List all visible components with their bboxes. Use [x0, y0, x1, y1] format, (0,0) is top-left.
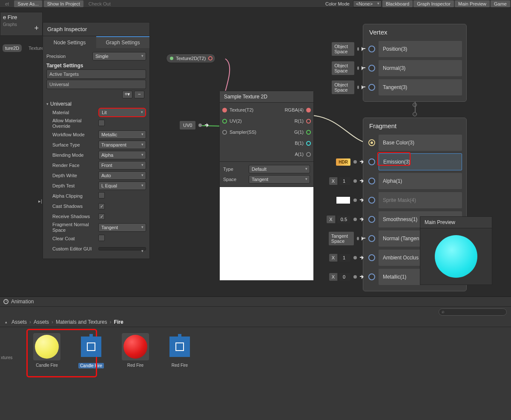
- spritemask-port-icon[interactable]: [368, 197, 375, 204]
- main-preview-title[interactable]: Main Preview: [420, 217, 492, 228]
- x-label: X: [327, 216, 335, 223]
- port-a-icon[interactable]: [306, 152, 311, 157]
- project-search-input[interactable]: [439, 308, 507, 316]
- precision-dropdown[interactable]: Single: [92, 52, 146, 60]
- crumb-assets1[interactable]: Assets: [11, 319, 27, 325]
- et-button[interactable]: et: [2, 0, 12, 7]
- receiveshadows-checkbox[interactable]: ✓: [98, 213, 105, 220]
- depthwrite-dropdown[interactable]: Auto: [98, 171, 146, 180]
- arrow-icon: [360, 197, 366, 203]
- normal-tag[interactable]: Object Space: [332, 61, 354, 75]
- tab-graph-settings[interactable]: Graph Settings: [96, 36, 149, 48]
- crumb-assets2[interactable]: Assets: [34, 319, 49, 325]
- preview-sphere-icon: [435, 235, 477, 278]
- blending-dropdown[interactable]: Alpha: [98, 151, 146, 159]
- check-out-button[interactable]: Check Out: [85, 0, 114, 7]
- inspector-title[interactable]: Graph Inspector: [43, 23, 149, 36]
- emission-port-icon[interactable]: [368, 158, 375, 165]
- sample-texture-2d-node[interactable]: Sample Texture 2D Texture(T2) UV(2) Samp…: [219, 91, 314, 281]
- port-sampler-icon[interactable]: [222, 130, 227, 135]
- fragnormal-port-icon[interactable]: [368, 235, 375, 242]
- normal-port-icon[interactable]: [368, 65, 375, 72]
- texture2d-chip-node[interactable]: Texture2D(T2): [166, 54, 215, 63]
- alpha-port-icon[interactable]: [368, 178, 375, 184]
- alphaclip-checkbox[interactable]: [98, 192, 105, 198]
- port-r-icon[interactable]: [306, 119, 311, 124]
- color-swatch[interactable]: [336, 196, 350, 204]
- shader-name-panel[interactable]: e Fire Graphs +: [0, 12, 43, 36]
- position-port-icon[interactable]: [368, 46, 375, 52]
- asset-red-fire-material[interactable]: Red Fire: [118, 333, 152, 368]
- tangent-tag[interactable]: Object Space: [332, 81, 354, 94]
- asset-candle-fire-material[interactable]: Candle Fire: [30, 333, 64, 368]
- crumb-fire[interactable]: Fire: [114, 319, 123, 325]
- remove-target-button[interactable]: −: [134, 91, 144, 98]
- workflow-dropdown[interactable]: Metallic: [98, 130, 146, 139]
- basecolor-port-icon[interactable]: [368, 139, 375, 146]
- castshadows-checkbox[interactable]: ✓: [98, 203, 105, 210]
- ao-value-input[interactable]: 1: [339, 254, 350, 262]
- tangent-slot: Tangent(3): [379, 79, 462, 95]
- port-b-icon[interactable]: [306, 141, 311, 146]
- show-in-project-button[interactable]: Show In Project: [44, 0, 83, 7]
- port-g-icon[interactable]: [306, 130, 311, 135]
- fragnormal-dropdown[interactable]: Tangent: [98, 223, 146, 232]
- asset-candle-fire-shadergraph[interactable]: Candle Fire: [74, 333, 108, 368]
- normal-space-tag[interactable]: Tangent Space: [329, 232, 354, 245]
- game-button[interactable]: Game: [491, 0, 510, 7]
- port-uv-icon[interactable]: [222, 119, 227, 124]
- metallic-value-input[interactable]: 0: [339, 273, 350, 281]
- blackboard-button[interactable]: Blackboard: [382, 0, 413, 7]
- asset-red-fire-shadergraph[interactable]: Red Fire: [163, 333, 197, 368]
- graph-inspector-panel[interactable]: Graph Inspector Node Settings Graph Sett…: [43, 22, 150, 259]
- hdr-badge[interactable]: HDR: [336, 158, 350, 166]
- texture2d-tab[interactable]: ture2D: [3, 44, 22, 52]
- port-rgba-icon[interactable]: [306, 108, 311, 112]
- space-dropdown[interactable]: Tangent: [249, 175, 310, 184]
- color-mode-dropdown[interactable]: <None>: [353, 0, 382, 7]
- smoothness-port-icon[interactable]: [368, 216, 375, 223]
- metallic-port-icon[interactable]: [368, 273, 375, 280]
- surface-dropdown[interactable]: Transparent: [98, 141, 146, 149]
- material-dropdown[interactable]: Lit: [98, 108, 146, 117]
- depthtest-dropdown[interactable]: L Equal: [98, 181, 146, 190]
- ao-port-icon[interactable]: [368, 254, 375, 261]
- crumb-materials[interactable]: Materials and Textures: [56, 319, 107, 325]
- renderface-dropdown[interactable]: Front: [98, 161, 146, 170]
- tangent-port-icon[interactable]: [368, 84, 375, 91]
- type-dropdown[interactable]: Default: [249, 165, 310, 173]
- tab-node-settings[interactable]: Node Settings: [43, 36, 96, 48]
- graph-inspector-button[interactable]: Graph Inspector: [413, 0, 454, 7]
- resize-grip-icon[interactable]: ▸|: [38, 198, 43, 204]
- customgui-field[interactable]: [98, 247, 146, 250]
- save-as-button[interactable]: Save As...: [14, 0, 42, 7]
- animation-tab[interactable]: Animation: [0, 297, 511, 307]
- alpha-value-input[interactable]: 1: [339, 177, 350, 185]
- add-property-icon[interactable]: +: [34, 24, 39, 33]
- vertex-title: Vertex: [367, 29, 462, 39]
- link-dot-icon: [198, 124, 202, 127]
- breadcrumb-toggle-icon[interactable]: ▴: [5, 320, 7, 324]
- add-target-button[interactable]: +▾: [122, 91, 132, 98]
- allow-override-checkbox[interactable]: [98, 120, 105, 126]
- receiveshadows-label: Receive Shadows: [52, 214, 98, 219]
- asset-grid[interactable]: xtures Candle Fire Candle Fire Red Fire …: [0, 327, 511, 374]
- x-label: X: [329, 273, 338, 281]
- node-header[interactable]: Sample Texture 2D: [220, 91, 313, 103]
- uv0-chip[interactable]: UV0: [180, 121, 211, 129]
- port-texture-label: Texture(T2): [230, 107, 253, 112]
- main-preview-panel[interactable]: Main Preview: [420, 216, 492, 285]
- port-texture-icon[interactable]: [222, 108, 227, 112]
- main-preview-button[interactable]: Main Preview: [455, 0, 490, 7]
- asset-name: Red Fire: [127, 363, 144, 368]
- port-rgba-label: RGBA(4): [284, 107, 304, 112]
- clearcoat-checkbox[interactable]: [98, 235, 105, 241]
- renderface-label: Render Face: [52, 163, 98, 168]
- arrow-icon: [360, 255, 366, 261]
- target-universal-item[interactable]: Universal: [46, 80, 146, 89]
- smoothness-value-input[interactable]: 0.5: [337, 216, 350, 223]
- position-tag[interactable]: Object Space: [332, 42, 354, 56]
- universal-foldout[interactable]: Universal: [46, 101, 146, 107]
- vertex-master-node[interactable]: Vertex Object Space Position(3) Object S…: [363, 24, 467, 102]
- uv0-label: UV0: [180, 121, 195, 129]
